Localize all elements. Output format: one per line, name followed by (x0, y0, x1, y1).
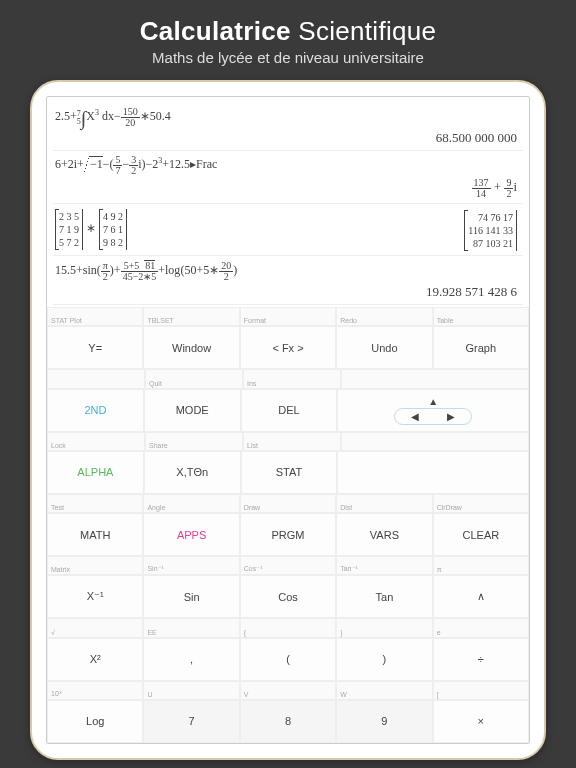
key-window[interactable]: Window (143, 326, 239, 369)
key-8[interactable]: 8 (240, 700, 336, 743)
key-alt-label: π (433, 556, 529, 575)
key-comma[interactable]: , (143, 638, 239, 681)
dpad-lower[interactable] (337, 451, 529, 494)
key-apps[interactable]: APPS (143, 513, 239, 556)
key-alt-label (47, 369, 145, 388)
key-alt-label: Cos⁻¹ (240, 556, 336, 575)
key-alt-label: V (240, 681, 336, 700)
keypad: STAT PlotTBLSETFormatRedoTable Y=Window<… (47, 307, 529, 743)
key-undo[interactable]: Undo (336, 326, 432, 369)
key-alt-label: W (336, 681, 432, 700)
key-log[interactable]: Log (47, 700, 143, 743)
dpad-left-icon[interactable]: ◀ (411, 411, 419, 422)
key-graph[interactable]: Graph (433, 326, 529, 369)
key-alt-label: 10ˣ (47, 681, 143, 700)
key-alt-label: ClrDraw (433, 494, 529, 513)
key-math[interactable]: MATH (47, 513, 143, 556)
key-alt-label: Sin⁻¹ (143, 556, 239, 575)
key-power[interactable]: ∧ (433, 575, 529, 618)
key-alpha[interactable]: ALPHA (47, 451, 144, 494)
key-alt-label: Redo (336, 307, 432, 326)
key-alt-label: Ins (243, 369, 341, 388)
key-alt-label: { (240, 618, 336, 637)
key-prgm[interactable]: PRGM (240, 513, 336, 556)
key-alt-label: Lock (47, 432, 145, 451)
key-var[interactable]: X,TΘn (144, 451, 241, 494)
key-alt-label: STAT Plot (47, 307, 143, 326)
history-row: 2 3 57 1 95 7 2 ∗ 4 9 27 6 19 8 2 74 76 … (53, 204, 523, 256)
history-row: 6+2i+−1−(57−32i)−23+12.5▸Frac 13714 + 92… (53, 151, 523, 204)
key-sin[interactable]: Sin (143, 575, 239, 618)
key-alt-label: Share (145, 432, 243, 451)
key-tan[interactable]: Tan (336, 575, 432, 618)
key-alt-label: Draw (240, 494, 336, 513)
key-alt-label: Tan⁻¹ (336, 556, 432, 575)
key-mode[interactable]: MODE (144, 389, 241, 432)
key-alt-label: Table (433, 307, 529, 326)
key-fx[interactable]: < Fx > (240, 326, 336, 369)
history-row: 2.5+75∫X3 dx−15020∗50.4 68.500 000 000 (53, 103, 523, 151)
page-title: Calculatrice Scientifique (0, 16, 576, 47)
key-clear[interactable]: CLEAR (433, 513, 529, 556)
key-alt-label: TBLSET (143, 307, 239, 326)
dpad-right-icon[interactable]: ▶ (447, 411, 455, 422)
key-x-squared[interactable]: X² (47, 638, 143, 681)
key-alt-label: Matrix (47, 556, 143, 575)
key-9[interactable]: 9 (336, 700, 432, 743)
result-value: 19.928 571 428 6 (55, 282, 521, 300)
key-alt-label (341, 369, 529, 388)
history-row: 15.5+sin(π2)+5+58145−2∗5+log(50+5∗202) 1… (53, 256, 523, 305)
key-vars[interactable]: VARS (336, 513, 432, 556)
key-2nd[interactable]: 2ND (47, 389, 144, 432)
key-rparen[interactable]: ) (336, 638, 432, 681)
key-alt-label: [ (433, 681, 529, 700)
key-lparen[interactable]: ( (240, 638, 336, 681)
key-y-equals[interactable]: Y= (47, 326, 143, 369)
key-alt-label: } (336, 618, 432, 637)
key-alt-label: Format (240, 307, 336, 326)
key-stat[interactable]: STAT (241, 451, 338, 494)
key-alt-label: Dist (336, 494, 432, 513)
key-multiply[interactable]: × (433, 700, 529, 743)
key-alt-label: List (243, 432, 341, 451)
key-alt-label: √ (47, 618, 143, 637)
page-subtitle: Maths de lycée et de niveau universitair… (0, 49, 576, 66)
key-7[interactable]: 7 (143, 700, 239, 743)
key-cos[interactable]: Cos (240, 575, 336, 618)
key-del[interactable]: DEL (241, 389, 338, 432)
tablet-frame: 2.5+75∫X3 dx−15020∗50.4 68.500 000 000 6… (30, 80, 546, 760)
key-alt-label: Quit (145, 369, 243, 388)
dpad[interactable]: ▲ ◀▶ (337, 389, 529, 432)
key-x-inverse[interactable]: X⁻¹ (47, 575, 143, 618)
key-divide[interactable]: ÷ (433, 638, 529, 681)
dpad-up-icon[interactable]: ▲ (428, 396, 438, 407)
key-alt-label: e (433, 618, 529, 637)
display-area: 2.5+75∫X3 dx−15020∗50.4 68.500 000 000 6… (47, 97, 529, 307)
result-value: 13714 + 92i (55, 176, 521, 199)
calculator-screen: 2.5+75∫X3 dx−15020∗50.4 68.500 000 000 6… (46, 96, 530, 744)
key-alt-label: U (143, 681, 239, 700)
key-alt-label: Test (47, 494, 143, 513)
key-alt-label: EE (143, 618, 239, 637)
key-alt-label (341, 432, 529, 451)
key-alt-label: Angle (143, 494, 239, 513)
result-value: 68.500 000 000 (55, 128, 521, 146)
result-value: 74 76 17116 141 3387 103 21 (460, 208, 521, 251)
